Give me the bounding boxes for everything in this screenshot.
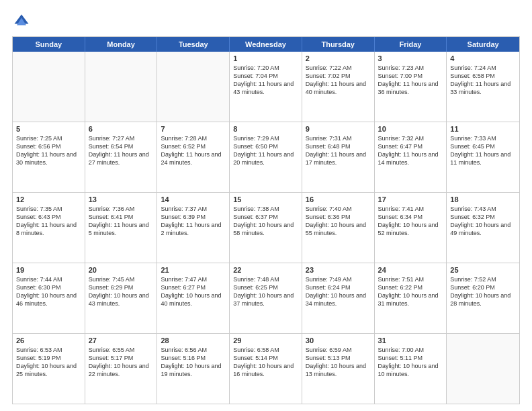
day-number: 13 bbox=[89, 195, 154, 203]
day-cell-14: 14Sunrise: 7:37 AM Sunset: 6:39 PM Dayli… bbox=[157, 193, 230, 263]
day-content: Sunrise: 7:52 AM Sunset: 6:20 PM Dayligh… bbox=[450, 275, 516, 308]
day-content: Sunrise: 6:58 AM Sunset: 5:14 PM Dayligh… bbox=[233, 346, 298, 379]
day-number: 10 bbox=[378, 125, 443, 133]
day-cell-25: 25Sunrise: 7:52 AM Sunset: 6:20 PM Dayli… bbox=[447, 263, 519, 333]
header-day-tuesday: Tuesday bbox=[157, 37, 230, 52]
day-number: 21 bbox=[161, 266, 226, 274]
header bbox=[12, 12, 520, 31]
day-cell-12: 12Sunrise: 7:35 AM Sunset: 6:43 PM Dayli… bbox=[13, 193, 85, 263]
day-number: 15 bbox=[233, 195, 298, 203]
day-number: 3 bbox=[378, 54, 443, 62]
day-cell-8: 8Sunrise: 7:29 AM Sunset: 6:50 PM Daylig… bbox=[230, 122, 302, 192]
day-cell-29: 29Sunrise: 6:58 AM Sunset: 5:14 PM Dayli… bbox=[230, 334, 302, 404]
day-content: Sunrise: 7:41 AM Sunset: 6:34 PM Dayligh… bbox=[378, 205, 443, 238]
day-number: 1 bbox=[233, 54, 298, 62]
calendar-header: SundayMondayTuesdayWednesdayThursdayFrid… bbox=[13, 37, 519, 52]
day-cell-2: 2Sunrise: 7:22 AM Sunset: 7:02 PM Daylig… bbox=[302, 52, 375, 122]
day-content: Sunrise: 7:33 AM Sunset: 6:45 PM Dayligh… bbox=[450, 134, 516, 167]
day-content: Sunrise: 7:35 AM Sunset: 6:43 PM Dayligh… bbox=[16, 205, 81, 238]
day-content: Sunrise: 7:27 AM Sunset: 6:54 PM Dayligh… bbox=[89, 134, 154, 167]
day-number: 27 bbox=[89, 336, 154, 345]
logo-icon bbox=[12, 12, 31, 31]
day-number: 26 bbox=[16, 336, 81, 345]
day-cell-9: 9Sunrise: 7:31 AM Sunset: 6:48 PM Daylig… bbox=[302, 122, 375, 192]
day-number: 8 bbox=[233, 125, 298, 133]
day-number: 25 bbox=[450, 266, 516, 274]
day-content: Sunrise: 7:22 AM Sunset: 7:02 PM Dayligh… bbox=[306, 64, 371, 97]
day-cell-16: 16Sunrise: 7:40 AM Sunset: 6:36 PM Dayli… bbox=[302, 193, 375, 263]
day-cell-28: 28Sunrise: 6:56 AM Sunset: 5:16 PM Dayli… bbox=[157, 334, 230, 404]
week-row-3: 12Sunrise: 7:35 AM Sunset: 6:43 PM Dayli… bbox=[13, 192, 519, 263]
empty-cell bbox=[85, 52, 158, 122]
day-number: 28 bbox=[161, 336, 226, 345]
day-number: 22 bbox=[233, 266, 298, 274]
day-cell-26: 26Sunrise: 6:53 AM Sunset: 5:19 PM Dayli… bbox=[13, 334, 85, 404]
week-row-4: 19Sunrise: 7:44 AM Sunset: 6:30 PM Dayli… bbox=[13, 263, 519, 333]
day-cell-10: 10Sunrise: 7:32 AM Sunset: 6:47 PM Dayli… bbox=[375, 122, 447, 192]
empty-cell bbox=[447, 334, 519, 404]
day-content: Sunrise: 6:55 AM Sunset: 5:17 PM Dayligh… bbox=[89, 346, 154, 379]
day-cell-31: 31Sunrise: 7:00 AM Sunset: 5:11 PM Dayli… bbox=[375, 334, 447, 404]
page: SundayMondayTuesdayWednesdayThursdayFrid… bbox=[0, 0, 532, 411]
header-day-sunday: Sunday bbox=[13, 37, 85, 52]
day-content: Sunrise: 7:51 AM Sunset: 6:22 PM Dayligh… bbox=[378, 275, 443, 308]
day-cell-18: 18Sunrise: 7:43 AM Sunset: 6:32 PM Dayli… bbox=[447, 193, 519, 263]
day-content: Sunrise: 7:23 AM Sunset: 7:00 PM Dayligh… bbox=[378, 64, 443, 97]
header-day-friday: Friday bbox=[375, 37, 447, 52]
day-content: Sunrise: 7:31 AM Sunset: 6:48 PM Dayligh… bbox=[306, 134, 371, 167]
day-content: Sunrise: 7:25 AM Sunset: 6:56 PM Dayligh… bbox=[16, 134, 81, 167]
day-number: 31 bbox=[378, 336, 443, 345]
day-cell-21: 21Sunrise: 7:47 AM Sunset: 6:27 PM Dayli… bbox=[157, 263, 230, 333]
day-cell-11: 11Sunrise: 7:33 AM Sunset: 6:45 PM Dayli… bbox=[447, 122, 519, 192]
day-number: 29 bbox=[233, 336, 298, 345]
day-number: 9 bbox=[306, 125, 371, 133]
day-number: 4 bbox=[450, 54, 516, 62]
day-content: Sunrise: 7:32 AM Sunset: 6:47 PM Dayligh… bbox=[378, 134, 443, 167]
day-content: Sunrise: 7:45 AM Sunset: 6:29 PM Dayligh… bbox=[89, 275, 154, 308]
day-content: Sunrise: 7:37 AM Sunset: 6:39 PM Dayligh… bbox=[161, 205, 226, 238]
calendar: SundayMondayTuesdayWednesdayThursdayFrid… bbox=[12, 36, 520, 404]
week-row-1: 1Sunrise: 7:20 AM Sunset: 7:04 PM Daylig… bbox=[13, 52, 519, 122]
day-number: 17 bbox=[378, 195, 443, 203]
day-cell-4: 4Sunrise: 7:24 AM Sunset: 6:58 PM Daylig… bbox=[447, 52, 519, 122]
day-number: 5 bbox=[16, 125, 81, 133]
day-cell-1: 1Sunrise: 7:20 AM Sunset: 7:04 PM Daylig… bbox=[230, 52, 302, 122]
day-cell-13: 13Sunrise: 7:36 AM Sunset: 6:41 PM Dayli… bbox=[85, 193, 158, 263]
week-row-2: 5Sunrise: 7:25 AM Sunset: 6:56 PM Daylig… bbox=[13, 122, 519, 192]
week-row-5: 26Sunrise: 6:53 AM Sunset: 5:19 PM Dayli… bbox=[13, 333, 519, 404]
day-number: 18 bbox=[450, 195, 516, 203]
day-content: Sunrise: 7:48 AM Sunset: 6:25 PM Dayligh… bbox=[233, 275, 298, 308]
day-content: Sunrise: 7:44 AM Sunset: 6:30 PM Dayligh… bbox=[16, 275, 81, 308]
header-day-thursday: Thursday bbox=[302, 37, 375, 52]
day-number: 24 bbox=[378, 266, 443, 274]
day-cell-23: 23Sunrise: 7:49 AM Sunset: 6:24 PM Dayli… bbox=[302, 263, 375, 333]
day-content: Sunrise: 6:59 AM Sunset: 5:13 PM Dayligh… bbox=[306, 346, 371, 379]
day-number: 16 bbox=[306, 195, 371, 203]
header-day-saturday: Saturday bbox=[447, 37, 519, 52]
day-number: 30 bbox=[306, 336, 371, 345]
day-content: Sunrise: 7:28 AM Sunset: 6:52 PM Dayligh… bbox=[161, 134, 226, 167]
day-content: Sunrise: 7:38 AM Sunset: 6:37 PM Dayligh… bbox=[233, 205, 298, 238]
day-cell-5: 5Sunrise: 7:25 AM Sunset: 6:56 PM Daylig… bbox=[13, 122, 85, 192]
empty-cell bbox=[13, 52, 85, 122]
day-number: 23 bbox=[306, 266, 371, 274]
day-content: Sunrise: 7:20 AM Sunset: 7:04 PM Dayligh… bbox=[233, 64, 298, 97]
day-number: 12 bbox=[16, 195, 81, 203]
day-content: Sunrise: 7:24 AM Sunset: 6:58 PM Dayligh… bbox=[450, 64, 516, 97]
day-number: 14 bbox=[161, 195, 226, 203]
calendar-body: 1Sunrise: 7:20 AM Sunset: 7:04 PM Daylig… bbox=[13, 52, 519, 404]
day-content: Sunrise: 6:56 AM Sunset: 5:16 PM Dayligh… bbox=[161, 346, 226, 379]
day-cell-22: 22Sunrise: 7:48 AM Sunset: 6:25 PM Dayli… bbox=[230, 263, 302, 333]
day-content: Sunrise: 6:53 AM Sunset: 5:19 PM Dayligh… bbox=[16, 346, 81, 379]
day-cell-6: 6Sunrise: 7:27 AM Sunset: 6:54 PM Daylig… bbox=[85, 122, 158, 192]
day-number: 20 bbox=[89, 266, 154, 274]
day-cell-19: 19Sunrise: 7:44 AM Sunset: 6:30 PM Dayli… bbox=[13, 263, 85, 333]
day-cell-17: 17Sunrise: 7:41 AM Sunset: 6:34 PM Dayli… bbox=[375, 193, 447, 263]
day-number: 6 bbox=[89, 125, 154, 133]
header-day-monday: Monday bbox=[85, 37, 158, 52]
day-cell-15: 15Sunrise: 7:38 AM Sunset: 6:37 PM Dayli… bbox=[230, 193, 302, 263]
header-day-wednesday: Wednesday bbox=[230, 37, 302, 52]
day-number: 11 bbox=[450, 125, 516, 133]
empty-cell bbox=[157, 52, 230, 122]
day-content: Sunrise: 7:40 AM Sunset: 6:36 PM Dayligh… bbox=[306, 205, 371, 238]
